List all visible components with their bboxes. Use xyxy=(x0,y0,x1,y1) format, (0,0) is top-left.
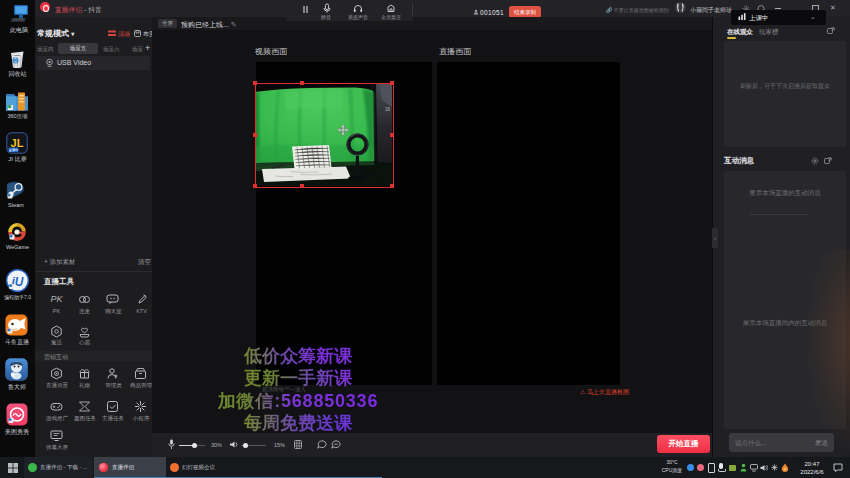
svg-text:JL: JL xyxy=(11,137,24,149)
svg-text:直播中: 直播中 xyxy=(9,148,19,152)
